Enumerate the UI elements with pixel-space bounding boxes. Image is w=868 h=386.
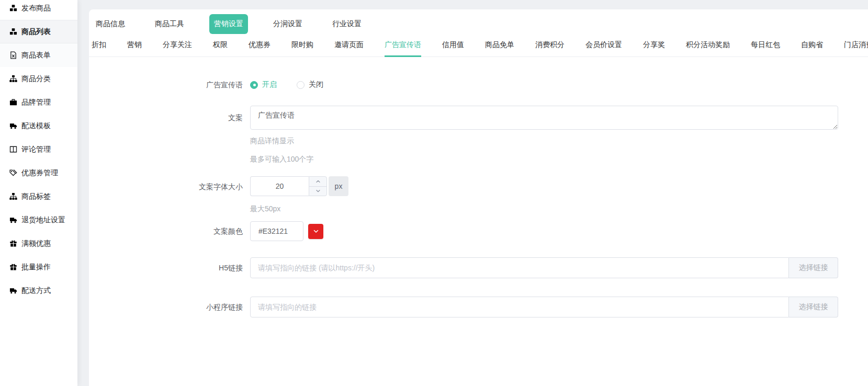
radio-enable-label: 开启 <box>262 80 277 89</box>
copy-control: 广告宣传语 商品详情显示 最多可输入100个字 <box>250 106 838 164</box>
tab-goods-tools[interactable]: 商品工具 <box>155 19 184 29</box>
subtab-ad-slogan[interactable]: 广告宣传语 <box>385 36 421 57</box>
tab-marketing-settings[interactable]: 营销设置 <box>209 14 248 34</box>
gift-icon <box>9 263 17 271</box>
subtab-discount[interactable]: 折扣 <box>92 36 106 57</box>
sidebar-item-coupon-manage[interactable]: 优惠券管理 <box>0 161 77 185</box>
sidebar-item-batch-operation[interactable]: 批量操作 <box>0 255 77 279</box>
font-size-row: 文案字体大小 px 最大50px <box>193 176 868 214</box>
sidebar-item-delivery-template[interactable]: 配送模板 <box>0 114 77 138</box>
columns-icon <box>9 145 17 153</box>
font-size-stepper <box>309 176 327 196</box>
copy-help-limit: 最多可输入100个字 <box>250 155 838 164</box>
subtab-consume-points[interactable]: 消费积分 <box>535 36 565 57</box>
subtab-credit-value[interactable]: 信用值 <box>442 36 464 57</box>
chevron-down-icon <box>315 188 321 194</box>
sidebar-item-label: 商品表单 <box>21 51 51 60</box>
tab-label: 营销设置 <box>214 19 243 28</box>
subtab-label: 广告宣传语 <box>385 40 421 49</box>
subtab-label: 信用值 <box>442 40 464 49</box>
sidebar-item-label: 批量操作 <box>21 263 51 272</box>
subtab-label: 商品免单 <box>485 40 514 49</box>
sidebar-item-label: 配送模板 <box>21 121 51 131</box>
tab-label: 分润设置 <box>273 19 302 28</box>
sidebar-item-goods-list[interactable]: 商品列表 <box>0 20 77 43</box>
subtab-label: 积分活动奖励 <box>686 40 730 49</box>
copy-color-row: 文案颜色 <box>193 221 868 241</box>
font-size-input[interactable] <box>250 176 309 196</box>
tags-icon <box>9 169 17 177</box>
sidebar-item-label: 配送方式 <box>21 286 51 296</box>
subtab-share-reward[interactable]: 分享奖 <box>643 36 665 57</box>
sitemap-icon <box>9 192 17 200</box>
sidebar-item-brand-manage[interactable]: 品牌管理 <box>0 90 77 114</box>
h5-link-label: H5链接 <box>193 263 250 273</box>
sidebar-item-goods-form[interactable]: 商品表单 <box>0 43 77 67</box>
h5-select-link-button[interactable]: 选择链接 <box>789 257 838 278</box>
subtab-label: 门店消费 <box>844 40 868 49</box>
truck-icon <box>9 216 17 224</box>
briefcase-icon <box>9 98 17 106</box>
radio-unselected-icon <box>297 81 305 89</box>
sidebar-item-goods-category[interactable]: 商品分类 <box>0 67 77 90</box>
subtab-label: 折扣 <box>92 40 106 49</box>
sidebar-item-goods-tag[interactable]: 商品标签 <box>0 185 77 208</box>
truck-icon <box>9 122 17 130</box>
h5-link-input[interactable] <box>250 257 789 278</box>
sidebar-item-full-discount[interactable]: 满额优惠 <box>0 232 77 255</box>
copy-color-input[interactable] <box>250 221 303 241</box>
subtab-invite-page[interactable]: 邀请页面 <box>334 36 364 57</box>
subtab-marketing[interactable]: 营销 <box>127 36 142 57</box>
sidebar: 发布商品 商品列表 商品表单 商品分类 品牌管理 配送模板 评论管理 优惠券管理… <box>0 0 77 386</box>
sidebar-item-label: 商品标签 <box>21 192 51 201</box>
subtab-self-purchase-save[interactable]: 自购省 <box>801 36 823 57</box>
primary-tabs: 商品信息 商品工具 营销设置 分润设置 行业设置 <box>89 9 868 36</box>
tab-profit-settings[interactable]: 分润设置 <box>273 19 302 29</box>
font-size-label: 文案字体大小 <box>193 176 250 192</box>
radio-disable[interactable]: 关闭 <box>297 80 323 89</box>
truck-icon <box>9 287 17 294</box>
color-picker-button[interactable] <box>308 224 323 239</box>
font-size-unit: px <box>329 176 348 196</box>
subtab-flash-sale[interactable]: 限时购 <box>291 36 313 57</box>
gift-icon <box>9 240 17 247</box>
sidebar-item-label: 评论管理 <box>21 145 51 154</box>
subtab-label: 消费积分 <box>535 40 565 49</box>
ad-slogan-radio-group: 开启 关闭 <box>250 80 323 89</box>
sidebar-item-label: 品牌管理 <box>21 98 51 107</box>
sidebar-item-label: 发布商品 <box>21 4 51 13</box>
mini-select-link-button[interactable]: 选择链接 <box>789 297 838 317</box>
tab-label: 行业设置 <box>332 19 362 28</box>
subtab-label: 邀请页面 <box>334 40 364 49</box>
mini-link-input[interactable] <box>250 297 789 317</box>
tab-industry-settings[interactable]: 行业设置 <box>332 19 362 29</box>
subtab-label: 限时购 <box>291 40 313 49</box>
stepper-increase-button[interactable] <box>309 177 326 187</box>
subtab-label: 营销 <box>127 40 142 49</box>
sidebar-item-delivery-method[interactable]: 配送方式 <box>0 279 77 302</box>
tab-goods-info[interactable]: 商品信息 <box>96 19 125 29</box>
sidebar-item-publish-goods[interactable]: 发布商品 <box>0 0 77 20</box>
subtab-permission[interactable]: 权限 <box>213 36 228 57</box>
subtab-member-price-settings[interactable]: 会员价设置 <box>585 36 622 57</box>
chevron-up-icon <box>315 179 321 184</box>
sidebar-item-return-address[interactable]: 退货地址设置 <box>0 208 77 232</box>
font-size-control: px 最大50px <box>250 176 348 214</box>
subtab-label: 自购省 <box>801 40 823 49</box>
sidebar-item-comment-manage[interactable]: 评论管理 <box>0 138 77 161</box>
subtab-store-consume[interactable]: 门店消费 <box>844 36 868 57</box>
sidebar-item-label: 满额优惠 <box>21 239 51 248</box>
subtab-daily-redpacket[interactable]: 每日红包 <box>751 36 780 57</box>
subtab-label: 会员价设置 <box>585 40 622 49</box>
stepper-decrease-button[interactable] <box>309 187 326 196</box>
subtab-share-follow[interactable]: 分享关注 <box>163 36 192 57</box>
sidebar-item-label: 商品列表 <box>21 27 51 37</box>
radio-selected-icon <box>250 81 258 89</box>
mini-link-group: 选择链接 <box>250 297 838 317</box>
h5-link-row: H5链接 选择链接 <box>193 257 868 278</box>
subtab-points-activity-reward[interactable]: 积分活动奖励 <box>686 36 730 57</box>
copy-textarea[interactable]: 广告宣传语 <box>250 106 838 130</box>
subtab-goods-free-order[interactable]: 商品免单 <box>485 36 514 57</box>
subtab-coupon[interactable]: 优惠券 <box>249 36 270 57</box>
radio-enable[interactable]: 开启 <box>250 80 277 89</box>
